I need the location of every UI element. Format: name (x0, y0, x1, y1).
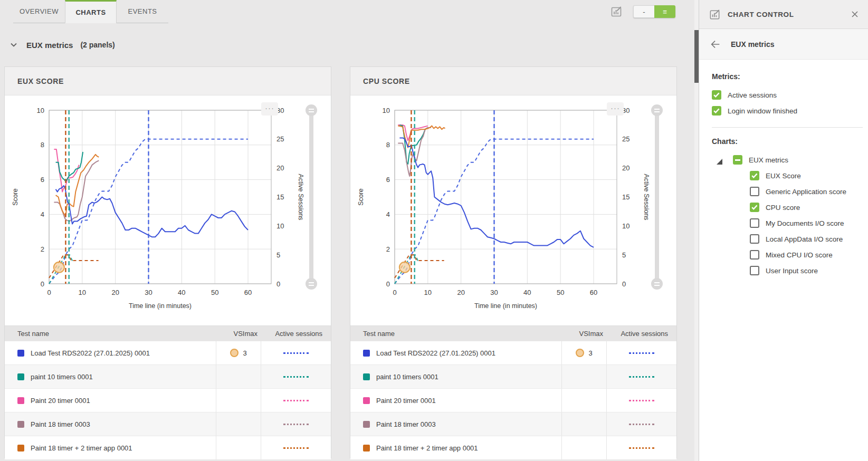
tree-child-checkbox[interactable] (750, 234, 759, 244)
chart-control-toggle-icon[interactable] (610, 5, 623, 18)
main-vertical-scrollbar[interactable] (694, 0, 699, 461)
layout-expanded-button[interactable]: = (654, 5, 675, 18)
axis-text: 20 (622, 164, 629, 172)
section-title: EUX metrics (26, 41, 73, 50)
test-name: Paint 18 timer + 2 timer app 0001 (376, 444, 478, 452)
column-header: VSImax (216, 330, 261, 338)
tab-events[interactable]: EVENTS (117, 0, 168, 23)
axis-text: 25 (622, 135, 629, 143)
tree-child-row[interactable]: User Input score (712, 263, 868, 278)
test-name-cell: Load Test RDS2022 (27.01.2025) 0001 (350, 341, 561, 364)
tree-child-checkbox[interactable] (750, 266, 759, 275)
tree-child-checkbox[interactable] (750, 250, 759, 260)
zoom-slider-handle-bottom[interactable] (651, 278, 663, 290)
table-row[interactable]: paint 10 timers 0001 (5, 364, 331, 388)
tree-child-checkbox[interactable] (750, 187, 759, 196)
tree-child-row[interactable]: Generic Application score (712, 184, 868, 199)
metric-checkbox[interactable] (712, 90, 721, 100)
axis-text: Time line (in minutes) (474, 302, 537, 310)
table-row[interactable]: Paint 18 timer + 2 timer app 0001 (350, 436, 676, 459)
active-sessions-cell (261, 436, 331, 459)
close-icon[interactable] (850, 9, 860, 19)
table-row[interactable]: Paint 20 timer 0001 (350, 388, 676, 412)
table-row[interactable]: Paint 18 timer 0003 (350, 412, 676, 436)
table-row[interactable]: paint 10 timers 0001 (350, 364, 676, 388)
tabbar-spacer (168, 0, 610, 23)
axis-text: 6 (41, 176, 44, 184)
axis-text: 6 (386, 176, 390, 184)
axis-text: 10 (79, 289, 86, 296)
tree-child-row[interactable]: Local AppData I/O score (712, 231, 868, 247)
tab-charts[interactable]: CHARTS (65, 0, 117, 23)
metric-checkbox[interactable] (712, 106, 721, 116)
axis-text: 8 (386, 141, 390, 149)
topbar-right: - = (610, 0, 694, 23)
metric-row[interactable]: Login window finished (712, 103, 868, 119)
zoom-slider-track[interactable] (309, 110, 313, 284)
zoom-slider-handle-bottom[interactable] (306, 278, 317, 290)
table-row[interactable]: Paint 20 timer 0001 (5, 388, 331, 412)
tab-overview[interactable]: OVERVIEW (13, 0, 65, 23)
axis-text: 4 (386, 210, 390, 218)
session-line-sample (283, 424, 309, 425)
score-line-3 (56, 155, 99, 216)
tree-child-label: User Input score (766, 267, 818, 275)
column-header: Test name (5, 330, 216, 338)
test-name-cell: Load Test RDS2022 (27.01.2025) 0001 (5, 341, 216, 364)
axis-text: Active Sessions (643, 174, 650, 220)
tree-child-row[interactable]: My Documents I/O score (712, 215, 868, 231)
vsimax-cell: 3 (561, 341, 606, 364)
vsimax-cell (561, 365, 606, 388)
tree-child-checkbox[interactable] (750, 203, 759, 212)
zoom-slider-handle-top[interactable] (306, 104, 317, 116)
tree-child-checkbox[interactable] (750, 218, 759, 228)
chart-panel-eux-score: EUX SCORE0246810051015202530010203040506… (4, 66, 331, 458)
section-panel-count: (2 panels) (80, 41, 115, 49)
axis-text: Active Sessions (297, 174, 304, 220)
layout-compact-button[interactable]: - (633, 5, 654, 18)
tree-child-checkbox[interactable] (750, 171, 759, 180)
test-name: paint 10 timers 0001 (376, 373, 438, 381)
scrollbar-thumb[interactable] (694, 30, 699, 83)
chart-panel-cpu-score: CPU SCORE0246810051015202530010203040506… (350, 66, 677, 458)
series-color-swatch (363, 421, 370, 428)
tree-child-label: My Documents I/O score (766, 219, 844, 227)
tree-child-label: EUX Score (766, 172, 801, 180)
tree-child-row[interactable]: EUX Score (712, 168, 868, 184)
axis-text: 60 (590, 289, 597, 296)
active-sessions-cell (261, 389, 331, 412)
series-color-swatch (17, 445, 24, 452)
back-arrow-icon[interactable] (710, 39, 721, 50)
table-row[interactable]: Load Test RDS2022 (27.01.2025) 00013 (5, 341, 331, 364)
metrics-list: Active sessionsLogin window finished (712, 87, 868, 119)
vsimax-cell (216, 436, 261, 459)
tree-child-row[interactable]: CPU score (712, 199, 868, 215)
zoom-slider-handle-top[interactable] (651, 104, 663, 116)
axis-text: 4 (41, 210, 44, 218)
sidebar-divider (712, 127, 863, 128)
charts-label: Charts: (712, 137, 868, 146)
test-name: Paint 18 timer + 2 timer app 0001 (31, 444, 132, 452)
metric-row[interactable]: Active sessions (712, 87, 868, 103)
table-row[interactable]: Paint 18 timer 0003 (5, 412, 331, 436)
table-row[interactable]: Load Test RDS2022 (27.01.2025) 00013 (350, 341, 676, 364)
tree-parent-checkbox[interactable] (733, 155, 742, 165)
metric-label: Active sessions (728, 91, 777, 99)
table-row[interactable]: Paint 18 timer + 2 timer app 0001 (5, 436, 331, 459)
axis-text: 0 (622, 280, 626, 288)
active-sessions-cell (606, 412, 676, 436)
chart-menu-button[interactable]: ··· (607, 102, 624, 116)
zoom-slider-track[interactable] (655, 110, 659, 284)
axis-text: 2 (386, 245, 390, 253)
chevron-down-icon[interactable] (9, 41, 18, 49)
session-line-sample (629, 447, 654, 449)
tree-expander-icon[interactable] (717, 157, 722, 163)
tree-child-row[interactable]: Mixed CPU I/O score (712, 247, 868, 263)
axis-text: 10 (622, 222, 629, 230)
charts-tree: EUX metricsEUX ScoreGeneric Application … (712, 152, 868, 278)
chart-control-sidebar: CHART CONTROL EUX metrics Metrics: Activ… (699, 0, 868, 461)
tree-node-eux-metrics[interactable]: EUX metrics (712, 152, 868, 168)
legend-table: Test nameVSImaxActive sessionsLoad Test … (5, 325, 331, 459)
chart-menu-button[interactable]: ··· (261, 102, 278, 116)
metrics-label: Metrics: (712, 72, 868, 81)
